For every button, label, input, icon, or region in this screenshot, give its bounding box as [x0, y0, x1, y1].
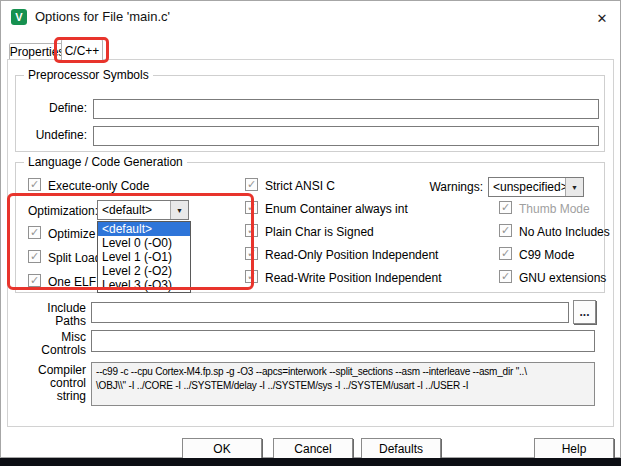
gnu-extensions-label: GNU extensions [519, 271, 606, 285]
include-paths-label: Include Paths [21, 302, 86, 328]
plain-char-signed-label: Plain Char is Signed [265, 225, 374, 239]
language-code-generation-legend: Language / Code Generation [24, 155, 187, 169]
include-paths-input[interactable] [91, 302, 569, 323]
define-input[interactable] [93, 99, 599, 119]
check-icon: ✓ [501, 271, 510, 282]
misc-controls-label: Misc Controls [21, 331, 86, 357]
ellipsis-icon: ... [579, 305, 589, 319]
strict-ansi-c-label: Strict ANSI C [265, 179, 335, 193]
undefine-label: Undefine: [21, 129, 87, 142]
annotation-box-optimization [7, 193, 254, 290]
defaults-button[interactable]: Defaults [361, 438, 441, 460]
misc-controls-input[interactable] [91, 330, 595, 352]
preprocessor-symbols-legend: Preprocessor Symbols [24, 68, 153, 82]
execute-only-code-label: Execute-only Code [48, 179, 149, 193]
read-only-position-independent-label: Read-Only Position Independent [265, 248, 438, 262]
checkbox-execute-only-code[interactable]: ✓ [28, 178, 41, 191]
define-label: Define: [21, 102, 87, 115]
misc-controls-label-line2: Controls [21, 344, 86, 357]
enum-container-int-label: Enum Container always int [265, 202, 408, 216]
check-icon: ✓ [30, 179, 39, 190]
compiler-control-string-box: --c99 -c --cpu Cortex-M4.fp.sp -g -O3 --… [91, 362, 595, 406]
keil-logo-icon: V [11, 9, 27, 25]
checkbox-gnu-extensions[interactable]: ✓ [499, 270, 512, 283]
checkbox-no-auto-includes[interactable]: ✓ [499, 224, 512, 237]
c99-mode-label: C99 Mode [519, 248, 574, 262]
check-icon: ✓ [501, 202, 510, 213]
warnings-label: Warnings: [413, 181, 483, 194]
thumb-mode-label: Thumb Mode [519, 202, 590, 216]
no-auto-includes-label: No Auto Includes [519, 225, 610, 239]
compiler-label-line3: string [21, 390, 86, 403]
check-icon: ✓ [247, 179, 256, 190]
warnings-combobox[interactable]: <unspecified> ▼ [488, 177, 584, 197]
help-button[interactable]: Help [534, 438, 614, 460]
close-button[interactable]: ✕ [589, 8, 615, 28]
check-icon: ✓ [501, 248, 510, 259]
compiler-string-line2: \OBJ\\" -I ../CORE -I ../SYSTEM/delay -I… [96, 379, 590, 393]
checkbox-thumb-mode[interactable]: ✓ [499, 201, 512, 214]
read-write-position-independent-label: Read-Write Position Independent [265, 271, 442, 285]
options-dialog: V Options for File 'main.c' ✕ Properties… [0, 0, 621, 458]
checkbox-strict-ansi-c[interactable]: ✓ [245, 178, 258, 191]
dialog-title: Options for File 'main.c' [35, 9, 170, 24]
undefine-input[interactable] [93, 126, 599, 146]
ok-button[interactable]: OK [182, 438, 262, 460]
cancel-button[interactable]: Cancel [273, 438, 353, 460]
warnings-value: <unspecified> [489, 178, 565, 196]
desktop-background-strip [0, 458, 621, 466]
chevron-down-icon[interactable]: ▼ [565, 178, 583, 196]
include-paths-label-line2: Paths [21, 315, 86, 328]
close-icon: ✕ [597, 11, 608, 26]
check-icon: ✓ [501, 225, 510, 236]
compiler-string-line1: --c99 -c --cpu Cortex-M4.fp.sp -g -O3 --… [96, 365, 590, 379]
annotation-box-ccpp-tab [54, 37, 109, 63]
compiler-control-string-label: Compiler control string [21, 364, 86, 403]
browse-button[interactable]: ... [573, 300, 596, 324]
checkbox-c99-mode[interactable]: ✓ [499, 247, 512, 260]
